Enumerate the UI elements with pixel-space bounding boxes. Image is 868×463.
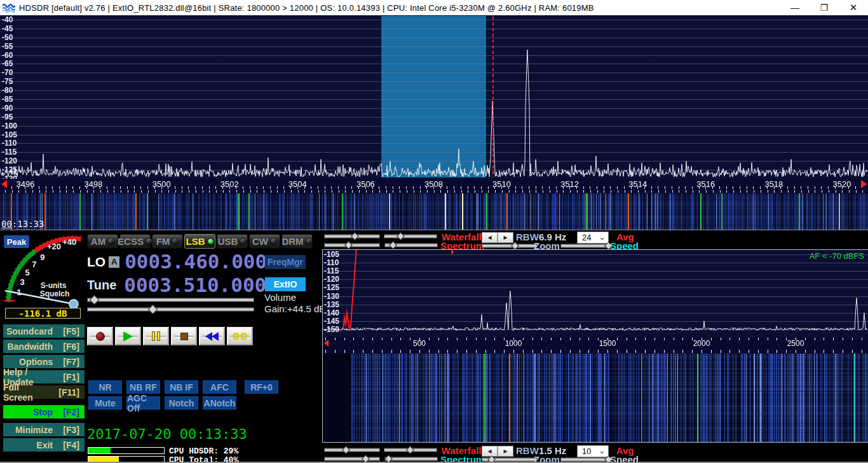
af-db-tick-label: -120 [324,275,339,283]
menu-button-key: [F11] [58,387,79,397]
waterfall-brightness-slider[interactable] [384,448,437,452]
slider-track[interactable] [87,298,254,302]
mode-led-icon [306,238,313,245]
mode-button-fm[interactable]: FM [152,234,183,249]
volume-slider[interactable] [87,306,254,313]
rbw-spinner: ◀▶ [482,232,513,243]
menu-button-label: Stop [33,407,53,417]
slider-thumb[interactable] [511,242,519,250]
mode-button-cw[interactable]: CW [249,234,280,249]
close-icon[interactable]: ✕ [839,2,868,13]
avg-dropdown[interactable]: 10⌄ [577,445,609,457]
slider-thumb[interactable] [344,241,353,249]
waterfall-brightness-slider[interactable] [384,234,437,238]
transport-play-button[interactable] [115,327,141,345]
lo-frequency-value[interactable]: 0003.460.000 [125,252,267,272]
zoom-slider[interactable] [482,244,537,248]
rf-freq-tick-label: 3500 [153,179,171,189]
rf-freq-tick-label: 3510 [492,179,511,189]
restore-icon[interactable]: ❐ [810,3,839,13]
slider-thumb[interactable] [342,446,350,454]
lo-label: LO [87,254,105,270]
transport-stop-button[interactable] [171,327,197,345]
spectrum-contrast-slider[interactable] [324,243,380,247]
peak-button[interactable]: Peak [4,235,29,248]
slider-thumb[interactable] [389,241,397,249]
mode-button-usb[interactable]: USB [217,234,248,249]
af-frequency-scale[interactable]: 5001000150020002500 [323,337,868,349]
slider-thumb[interactable] [397,232,405,240]
slider-thumb[interactable] [406,446,414,454]
rf-spectrum-display[interactable] [0,15,868,179]
band-letter[interactable]: A [109,256,119,268]
spin-right-button[interactable]: ▶ [498,232,513,243]
rf-freq-tick-label: 3504 [288,179,307,189]
slider-track[interactable] [87,307,254,312]
dsp-button-notch[interactable]: Notch [165,396,198,410]
extio-button[interactable]: ExtIO [265,277,306,291]
rf-freq-tick-label: 3498 [85,179,103,189]
mode-led-icon [172,238,179,245]
af-display-controls: Waterfall◀▶RBW1.5 Hz10⌄AvgSpectrumZoomSp… [323,442,868,463]
mode-button-lsb[interactable]: LSB [184,234,215,249]
mode-button-ecss[interactable]: ECSS [119,234,151,249]
transport-loop-button[interactable] [227,327,253,345]
spin-right-button[interactable]: ▶ [498,446,513,457]
stop-icon [180,333,188,340]
dsp-button-nb-rf[interactable]: NB RF [126,380,160,394]
smeter-scale-label: 7 [32,259,36,269]
slider-thumb[interactable] [351,232,359,240]
speed-slider[interactable] [560,244,609,248]
dsp-button-agc-off[interactable]: AGC Off [126,396,160,410]
play-icon [123,331,133,342]
menu-button-exit[interactable]: Exit[F4] [3,438,85,452]
dsp-button-nr[interactable]: NR [88,380,122,394]
dsp-button-afc[interactable]: AFC [203,380,236,394]
menu-button-bandwidth[interactable]: Bandwidth[F6] [3,340,85,353]
tune-frequency-value[interactable]: 0003.510.000 [124,275,266,295]
slider-thumb[interactable] [384,455,393,463]
dsp-button-mute[interactable]: Mute [88,396,122,410]
transport-record-button[interactable] [87,327,113,345]
rf-frequency-scale[interactable]: 3496349835003502350435063508351035123514… [0,179,868,190]
mode-button-am[interactable]: AM [87,234,118,249]
transport-pause-button[interactable] [143,327,169,345]
minimize-icon[interactable]: — [780,3,810,13]
volume-label[interactable]: Volume [264,292,296,303]
slider-thumb[interactable] [147,305,158,315]
rf-db-tick-label: -85 [2,95,13,103]
spectrum-brightness-slider[interactable] [384,457,438,461]
menu-button-full-screen[interactable]: Full Screen[F11] [3,385,85,399]
s-units-label: S-units [41,281,67,290]
waterfall-contrast-slider[interactable] [324,448,380,452]
rf-freq-tick-label: 3508 [424,179,443,189]
zoom-slider[interactable] [482,457,537,462]
speed-slider[interactable] [560,457,609,462]
rf-freq-tick-label: 3520 [832,179,851,189]
zoom-label: Zoom [534,454,560,463]
rf-waterfall-display[interactable] [0,190,868,230]
dsp-button-rf-0[interactable]: RF+0 [245,380,278,394]
menu-button-label: Full Screen [3,382,51,403]
avg-dropdown[interactable]: 24⌄ [577,232,609,244]
dsp-button-nb-if[interactable]: NB IF [165,380,198,394]
menu-button-label: Bandwidth [7,342,53,352]
spectrum-brightness-slider[interactable] [384,243,438,247]
freqmgr-button[interactable]: FreqMgr [265,255,306,269]
slider-thumb[interactable] [362,455,370,463]
mode-button-drm[interactable]: DRM [281,234,313,249]
waterfall-contrast-slider[interactable] [324,234,380,238]
spectrum-contrast-slider[interactable] [324,457,380,461]
record-icon [96,332,105,341]
slider-thumb[interactable] [89,295,99,305]
squelch-knob[interactable] [69,300,78,308]
menu-button-stop[interactable]: Stop[F2] [3,405,85,418]
menu-button-soundcard[interactable]: Soundcard[F5] [3,324,85,338]
af-spectrum-display[interactable] [323,250,868,337]
dsp-button-anotch[interactable]: ANotch [203,396,236,410]
s-meter-panel: 13579+20+40S-unitsSquelch Peak -116.1 dB [0,231,86,324]
tuning-slider[interactable] [87,296,254,303]
transport-rewind-button[interactable] [199,327,225,345]
menu-button-minimize[interactable]: Minimize[F3] [3,423,85,436]
af-waterfall-display[interactable] [323,349,868,442]
